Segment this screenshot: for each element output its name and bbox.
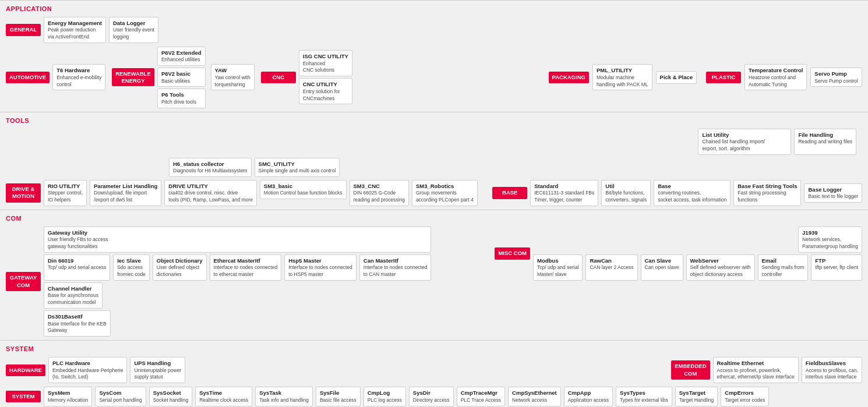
systypes-box: SysTypes Types for external libs — [616, 387, 672, 406]
gateway-utility-box: Gateway Utility User friendly FBs to acc… — [44, 226, 431, 253]
cmpsysethernet-box: CmpSysEthernet Network access — [508, 387, 561, 406]
sysmem-box: SysMem Memory Allocation — [44, 387, 92, 406]
base-box: Base converting routines, socket access,… — [654, 180, 731, 206]
channel-handler-box: Channel Handler Base for asynchronous co… — [44, 282, 103, 309]
hardware-badge: HARDWARE — [6, 364, 45, 376]
sm3-cnc-box: SM3_CNC DIN 66025 G-Code reading and pro… — [350, 180, 409, 206]
sysdir-box: SysDir Directory access — [409, 387, 454, 406]
servo-pump-box: Servo Pump Servo Pump control — [810, 68, 862, 87]
h6-status-box: H6_status collector Diagnostis for H6 Mu… — [169, 158, 252, 177]
systarget-box: SysTarget Target Handling — [675, 387, 718, 406]
parameter-list-box: Parameter List Handling Down/upload, fil… — [90, 180, 161, 206]
p6v2-basic-box: P6V2 basic Basic utilities — [157, 68, 206, 87]
util-box: Util Bit/byte functions, converters, sig… — [601, 180, 651, 206]
renewable-badge: RENEWABLE ENERGY — [112, 68, 154, 86]
email-box: Email Sending mails from controller — [758, 254, 809, 281]
isg-cnc-box: ISG CNC UTILITY Enhanced CNC solutions — [299, 50, 352, 76]
modbus-box: Modbus Tcp/ udp and serial Master/ slave — [533, 254, 583, 281]
din66019-box: Din 66019 Tcp/ udp and serial access — [44, 254, 110, 281]
base-logger-box: Base Logger Basic text to file logger — [804, 183, 862, 203]
plc-hardware-box: PLC Hardware Embedded Hardware Peripheri… — [48, 357, 127, 383]
pml-utility-box: PML_UTILITY Modular machine handling wit… — [592, 64, 652, 90]
com-section: COM GATEWAY COM Gateway Utility User fri… — [0, 210, 868, 340]
ethercat-masteritf-box: Ethercat MasterItf Interface to nodes co… — [210, 254, 282, 281]
iec-slave-box: Iec Slave Sdo access fromiec code — [113, 254, 150, 281]
can-masteritf-box: Can MasterItf Interface to nodes connect… — [359, 254, 432, 281]
rawcan-box: RawCan CAN layer 2 Access — [585, 254, 637, 281]
base-badge: BASE — [492, 187, 527, 199]
tools-section: TOOLS List Utility Chained list handling… — [0, 112, 868, 210]
system-title: SYSTEM — [6, 345, 862, 352]
com-title: COM — [6, 215, 862, 222]
cmplog-box: CmpLog PLC log access — [364, 387, 406, 406]
sm3-robotics-box: SM3_Robotics Group movements according P… — [412, 180, 478, 206]
p6v2-extended-box: P6V2 Extended Enhanced utilities — [157, 47, 206, 66]
drive-motion-badge: DRIVE & MOTION — [6, 183, 41, 203]
syscom-box: SysCom Serial port handling — [95, 387, 146, 406]
plastic-badge: PLASTIC — [706, 72, 741, 83]
application-title: APPLICATION — [6, 5, 862, 12]
rio-utility-box: RIO UTILITY Stepper control, IO helpers — [44, 180, 87, 206]
t6-hardware-box: T6 Hardware Enhanced e-mobility control — [52, 64, 105, 90]
packaging-badge: PACKAGING — [549, 72, 589, 83]
hsp5-master-box: Hsp5 Master Interface to nodes connected… — [284, 254, 357, 281]
pick-place-box: Pick & Place — [656, 71, 697, 83]
cmptracemgr-box: CmpTraceMgr PLC Trace Access — [457, 387, 505, 406]
automotive-badge: AUTOMOTIVE — [6, 72, 50, 83]
fieldbus-slaves-box: FieldbusSlaves Access to profibus, can, … — [802, 357, 862, 383]
file-handling-box: File Handling Reading and writing files — [794, 129, 856, 155]
can-slave-box: Can Slave Can open slave — [641, 254, 683, 281]
systime-box: SysTime Realtime clock access — [195, 387, 252, 406]
systask-box: SysTask Task info and handling — [255, 387, 313, 406]
energy-management-box: Energy Management Peak power reduction v… — [44, 17, 106, 43]
general-badge: GENERAL — [6, 24, 41, 36]
application-section: APPLICATION GENERAL Energy Management Pe… — [0, 0, 868, 112]
smc-utility-box: SMC_UTILITY Simple single and multi axis… — [255, 158, 340, 177]
system-section: SYSTEM HARDWARE PLC Hardware Embedded Ha… — [0, 340, 868, 407]
system-badge: SYSTEM — [6, 391, 41, 402]
sysfile-box: SysFile Basic file access — [316, 387, 361, 406]
realtime-ethernet-box: Realtime Ethernet Access to profinet, po… — [713, 357, 799, 383]
temperature-control-box: Temperature Control Heatzone control and… — [744, 64, 807, 90]
cnc-utility-box: CNC UTILITY Entry solution for CNCmachin… — [299, 78, 352, 104]
drive-utility-box: DRIVE UTILITY cia402 drive control, misc… — [164, 180, 257, 206]
standard-box: Standard IEC611131-3 standard FBs Timer,… — [530, 180, 598, 206]
cmpapp-box: CmpApp Application access — [564, 387, 613, 406]
ups-handling-box: UPS Handling Uninteruptable power supply… — [130, 357, 185, 383]
syssocket-box: SysSocket Socket handling — [149, 387, 193, 406]
cmperrors-box: CmpErrors Target error codes — [721, 387, 769, 406]
ds301baseitf-box: Ds301BaseItf Base Interface for the KEB … — [44, 310, 111, 337]
base-fast-string-box: Base Fast String Tools Fast string proce… — [733, 180, 801, 206]
misc-com-badge: MISC COM — [495, 247, 530, 259]
yaw-box: YAW Yaw control with torquesharing — [211, 64, 255, 90]
data-logger-box: Data Logger User friendly event logging — [109, 17, 158, 43]
list-utility-box: List Utility Chained list handling Impor… — [698, 129, 791, 155]
p6-tools-box: P6 Tools Pitch drive tools — [157, 89, 206, 108]
tools-title: TOOLS — [6, 117, 862, 124]
ftp-box: FTP tftp server, ftp client — [811, 254, 862, 281]
sm3-basic-box: SM3_basic Motion Control base function b… — [260, 180, 347, 199]
object-dictionary-box: Object Dictionary User defined object di… — [153, 254, 207, 281]
gateway-badge: GATEWAY COM — [6, 272, 41, 291]
j1939-box: J1939 Network services, Paramatergroup h… — [798, 226, 862, 253]
webserver-box: WebServer Self defined webserver with ob… — [686, 254, 755, 281]
embedded-com-badge: EMBEDDED COM — [671, 360, 710, 380]
cnc-badge: CNC — [261, 72, 296, 83]
